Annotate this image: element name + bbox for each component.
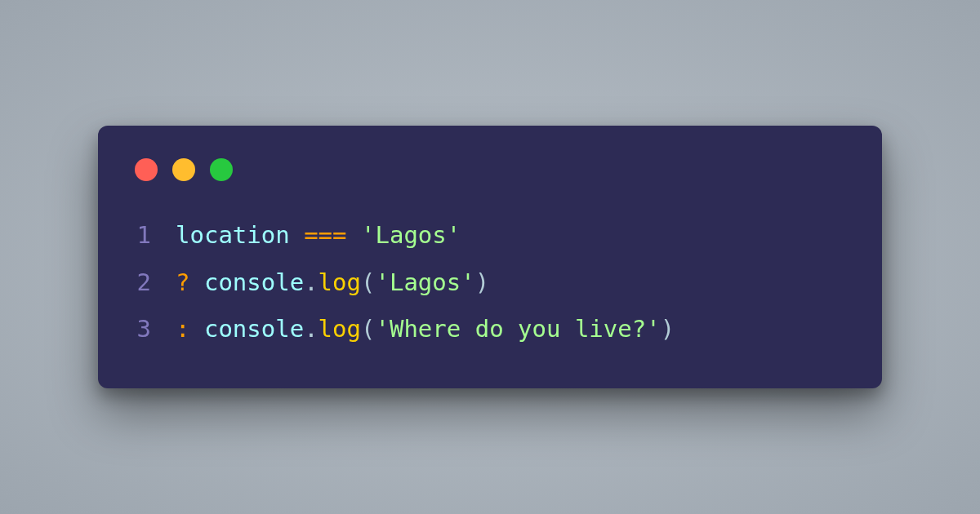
code-token: ( xyxy=(361,268,375,296)
code-token: ? xyxy=(176,268,204,296)
code-line: 3: console.log('Where do you live?') xyxy=(135,312,845,348)
window-controls xyxy=(135,158,845,181)
line-number: 1 xyxy=(135,218,176,254)
line-number: 3 xyxy=(135,312,176,348)
code-token: . xyxy=(304,315,318,343)
line-number: 2 xyxy=(135,265,176,301)
code-token: console xyxy=(204,315,304,343)
close-icon[interactable] xyxy=(135,158,158,181)
code-editor: 1location === 'Lagos'2? console.log('Lag… xyxy=(135,218,845,348)
code-token: . xyxy=(304,268,318,296)
code-token: ) xyxy=(661,315,675,343)
code-token: ) xyxy=(475,268,489,296)
code-token: location xyxy=(176,221,304,249)
code-token: 'Where do you live?' xyxy=(375,315,660,343)
line-content: ? console.log('Lagos') xyxy=(176,265,489,301)
code-token: log xyxy=(318,268,361,296)
code-line: 1location === 'Lagos' xyxy=(135,218,845,254)
code-token: : xyxy=(176,315,204,343)
code-token: 'Lagos' xyxy=(361,221,461,249)
code-token: log xyxy=(318,315,361,343)
minimize-icon[interactable] xyxy=(172,158,195,181)
code-token: === xyxy=(304,221,346,249)
line-content: location === 'Lagos' xyxy=(176,218,461,254)
code-line: 2? console.log('Lagos') xyxy=(135,265,845,301)
line-content: : console.log('Where do you live?') xyxy=(176,312,675,348)
code-token xyxy=(347,221,361,249)
maximize-icon[interactable] xyxy=(210,158,233,181)
code-token: console xyxy=(204,268,304,296)
code-token: 'Lagos' xyxy=(375,268,474,296)
code-token: ( xyxy=(361,315,375,343)
code-window: 1location === 'Lagos'2? console.log('Lag… xyxy=(98,126,882,388)
